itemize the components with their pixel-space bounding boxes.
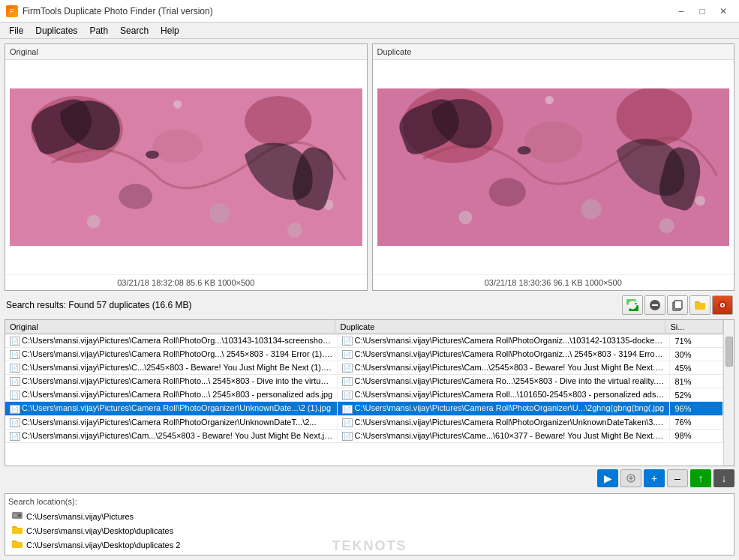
stop-button[interactable] xyxy=(620,469,641,487)
add-button[interactable]: + xyxy=(644,469,665,487)
col-header-original: Original xyxy=(5,320,335,334)
cell-duplicate: 📄C:\Users\mansi.vijay\Pictures\Camera Ro… xyxy=(338,334,670,348)
play-button[interactable]: ▶ xyxy=(597,469,618,487)
title-bar: F FirmTools Duplicate Photo Finder (Tria… xyxy=(0,0,739,22)
svg-point-35 xyxy=(18,514,21,517)
bottom-toolbar: ▶ + – ↑ ↓ xyxy=(5,469,734,487)
results-table-container: Original Duplicate Si... 📄C:\Users\mansi… xyxy=(5,319,734,466)
menu-file[interactable]: File xyxy=(3,22,29,38)
table-row[interactable]: 📄C:\Users\mansi.vijay\Pictures\Cam...\25… xyxy=(5,429,723,442)
svg-point-13 xyxy=(524,121,582,163)
file-icon: 📄 xyxy=(10,377,20,386)
delete-button[interactable] xyxy=(644,295,665,315)
table-scroll[interactable]: 📄C:\Users\mansi.vijay\Pictures\Camera Ro… xyxy=(5,334,723,454)
duplicate-photo xyxy=(377,88,730,246)
file-icon: 📄 xyxy=(10,337,20,346)
svg-rect-26 xyxy=(674,301,682,309)
cell-original: 📄C:\Users\mansi.vijay\Pictures\Camera Ro… xyxy=(5,334,338,348)
file-icon: 📄 xyxy=(10,364,20,373)
toolbar-row: Search results: Found 57 duplicates (16.… xyxy=(5,294,734,316)
cell-original: 📄C:\Users\mansi.vijay\Pictures\Camera Ro… xyxy=(5,375,338,388)
cell-duplicate: 📄C:\Users\mansi.vijay\Pictures\Camera Ro… xyxy=(338,388,670,402)
original-image-svg xyxy=(10,88,362,246)
search-locations-label: Search location(s): xyxy=(8,497,731,506)
search-results-text: Search results: Found 57 duplicates (16.… xyxy=(6,300,191,310)
svg-rect-27 xyxy=(695,303,705,310)
remove-button[interactable]: – xyxy=(667,469,688,487)
file-icon: 📄 xyxy=(342,391,353,400)
cell-similarity: 30% xyxy=(670,348,723,361)
folder-icon xyxy=(694,299,706,311)
svg-point-14 xyxy=(616,88,692,146)
cell-original: 📄C:\Users\mansi.vijay\Pictures\Camera Ro… xyxy=(5,415,338,429)
close-button[interactable]: ✕ xyxy=(713,4,733,19)
cell-similarity: 81% xyxy=(670,375,723,388)
copy-button[interactable] xyxy=(667,295,688,315)
svg-point-5 xyxy=(87,215,101,229)
svg-point-10 xyxy=(146,151,159,159)
minimize-button[interactable]: – xyxy=(671,4,691,19)
location-path: C:\Users\mansi.vijay\Desktop\duplicates xyxy=(26,526,173,535)
folder-button[interactable] xyxy=(689,295,710,315)
menu-duplicates[interactable]: Duplicates xyxy=(29,22,83,38)
cell-similarity: 76% xyxy=(670,415,723,429)
app-title: FirmTools Duplicate Photo Finder (Trial … xyxy=(23,6,213,16)
col-header-similarity: Si... xyxy=(665,320,723,334)
svg-point-8 xyxy=(173,100,182,109)
bottom-area: ▶ + – ↑ ↓ Search location(s): C:\Users\m… xyxy=(5,469,734,556)
scrollbar[interactable] xyxy=(723,320,734,466)
location-path: C:\Users\mansi.vijay\Pictures xyxy=(26,512,134,521)
photo-panels: Original xyxy=(5,43,734,291)
original-panel: Original xyxy=(5,43,368,291)
svg-point-15 xyxy=(488,178,525,207)
menu-search[interactable]: Search xyxy=(114,22,155,38)
file-icon: 📄 xyxy=(10,432,20,441)
table-row[interactable]: 📄C:\Users\mansi.vijay\Pictures\Camera Ro… xyxy=(5,402,723,415)
folder-icon xyxy=(11,539,23,550)
gear-icon xyxy=(716,299,728,311)
table-row[interactable]: 📄C:\Users\mansi.vijay\Pictures\Camera Ro… xyxy=(5,375,723,388)
folder-icon xyxy=(11,525,23,536)
svg-point-6 xyxy=(209,203,230,223)
up-button[interactable]: ↑ xyxy=(690,469,711,487)
table-row[interactable]: 📄C:\Users\mansi.vijay\Pictures\C...\2545… xyxy=(5,361,723,375)
duplicate-photo-container xyxy=(373,60,734,274)
table-row[interactable]: 📄C:\Users\mansi.vijay\Pictures\Camera Ro… xyxy=(5,348,723,361)
menu-help[interactable]: Help xyxy=(155,22,185,38)
col-header-duplicate: Duplicate xyxy=(335,320,665,334)
title-bar-left: F FirmTools Duplicate Photo Finder (Tria… xyxy=(6,5,213,17)
file-icon: 📄 xyxy=(342,418,353,427)
location-item: C:\Users\mansi.vijay\Pictures xyxy=(8,509,731,523)
down-button[interactable]: ↓ xyxy=(713,469,734,487)
file-icon: 📄 xyxy=(342,364,353,373)
cell-original: 📄C:\Users\mansi.vijay\Pictures\C...\2545… xyxy=(5,361,338,375)
svg-point-19 xyxy=(545,96,553,104)
original-photo xyxy=(10,88,362,246)
maximize-button[interactable]: □ xyxy=(692,4,712,19)
svg-point-30 xyxy=(722,304,724,307)
cell-similarity: 52% xyxy=(670,388,723,402)
refresh-button[interactable] xyxy=(622,295,643,315)
cell-original: 📄C:\Users\mansi.vijay\Pictures\Camera Ro… xyxy=(5,348,338,361)
original-meta: 03/21/18 18:32:08 85.6 KB 1000×500 xyxy=(5,274,367,290)
duplicate-image-svg xyxy=(377,88,730,246)
svg-point-18 xyxy=(695,196,704,205)
cell-similarity: 45% xyxy=(670,361,723,375)
main-content: Original xyxy=(0,39,739,560)
table-row[interactable]: 📄C:\Users\mansi.vijay\Pictures\Camera Ro… xyxy=(5,334,723,348)
cell-original: 📄C:\Users\mansi.vijay\Pictures\Cam...\25… xyxy=(5,429,338,442)
duplicate-meta: 03/21/18 18:30:36 96.1 KB 1000×500 xyxy=(373,274,734,290)
svg-point-20 xyxy=(659,218,674,233)
svg-rect-38 xyxy=(12,542,23,548)
location-item: C:\Users\mansi.vijay\Desktop\duplicates xyxy=(8,523,731,538)
cell-original: 📄C:\Users\mansi.vijay\Pictures\Camera Ro… xyxy=(5,388,338,402)
svg-point-21 xyxy=(517,146,530,154)
duplicate-label: Duplicate xyxy=(373,44,734,60)
settings-button[interactable] xyxy=(712,295,733,315)
results-table: Original Duplicate Si... xyxy=(5,320,723,334)
cell-duplicate: 📄C:\Users\mansi.vijay\Pictures\Came...\6… xyxy=(338,429,670,442)
svg-point-4 xyxy=(119,184,152,209)
table-row[interactable]: 📄C:\Users\mansi.vijay\Pictures\Camera Ro… xyxy=(5,415,723,429)
table-row[interactable]: 📄C:\Users\mansi.vijay\Pictures\Camera Ro… xyxy=(5,388,723,402)
menu-path[interactable]: Path xyxy=(83,22,114,38)
